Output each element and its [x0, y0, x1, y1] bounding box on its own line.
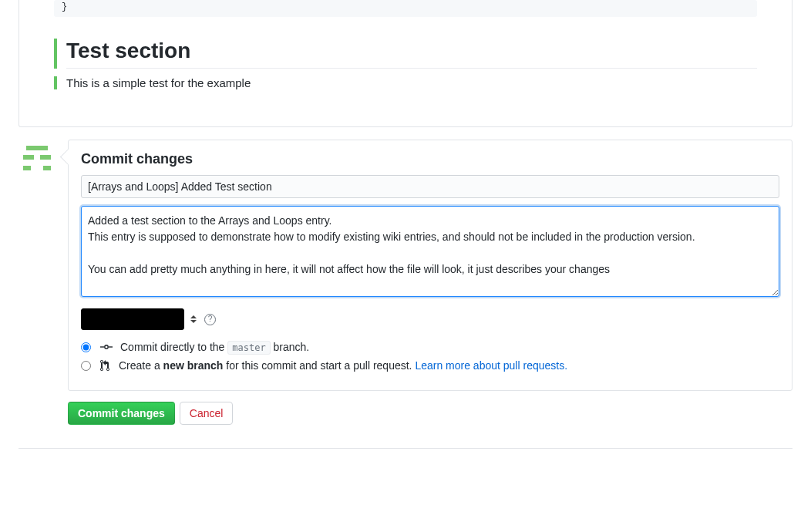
git-commit-icon — [100, 341, 113, 353]
select-caret-icon — [190, 315, 197, 323]
svg-rect-1 — [26, 146, 48, 150]
svg-rect-4 — [23, 166, 31, 170]
commit-newbranch-option[interactable]: Create a new branch for this commit and … — [81, 359, 779, 372]
cancel-button[interactable]: Cancel — [180, 402, 234, 425]
avatar-image — [19, 140, 56, 177]
svg-rect-5 — [43, 166, 51, 170]
learn-pr-link[interactable]: Learn more about pull requests. — [415, 359, 567, 372]
commit-email-select[interactable] — [81, 308, 184, 330]
svg-rect-2 — [23, 155, 34, 160]
code-block: } — [54, 0, 757, 17]
help-icon[interactable]: ? — [204, 314, 216, 325]
commit-newbranch-label: Create a new branch for this commit and … — [119, 359, 567, 372]
commit-changes-button[interactable]: Commit changes — [68, 402, 175, 425]
avatar — [19, 140, 56, 177]
commit-newbranch-radio[interactable] — [81, 361, 91, 371]
footer-divider — [19, 448, 792, 449]
commit-form: Commit changes ? Commit directly to the … — [68, 140, 792, 391]
code-text: } — [62, 2, 67, 12]
git-pull-request-icon — [100, 359, 111, 372]
svg-rect-3 — [40, 155, 51, 160]
commit-form-title: Commit changes — [81, 151, 779, 167]
commit-direct-option[interactable]: Commit directly to the master branch. — [81, 341, 779, 353]
commit-description-textarea[interactable] — [81, 206, 779, 297]
commit-direct-label: Commit directly to the master branch. — [120, 341, 309, 353]
branch-chip: master — [227, 341, 270, 355]
section-text: This is a simple test for the example — [54, 76, 757, 89]
commit-direct-radio[interactable] — [81, 342, 91, 352]
commit-summary-input[interactable] — [81, 175, 779, 198]
section-heading: Test section — [66, 39, 757, 69]
wiki-preview-panel: } Test section This is a simple test for… — [19, 0, 792, 127]
section-heading-block: Test section — [54, 39, 757, 69]
